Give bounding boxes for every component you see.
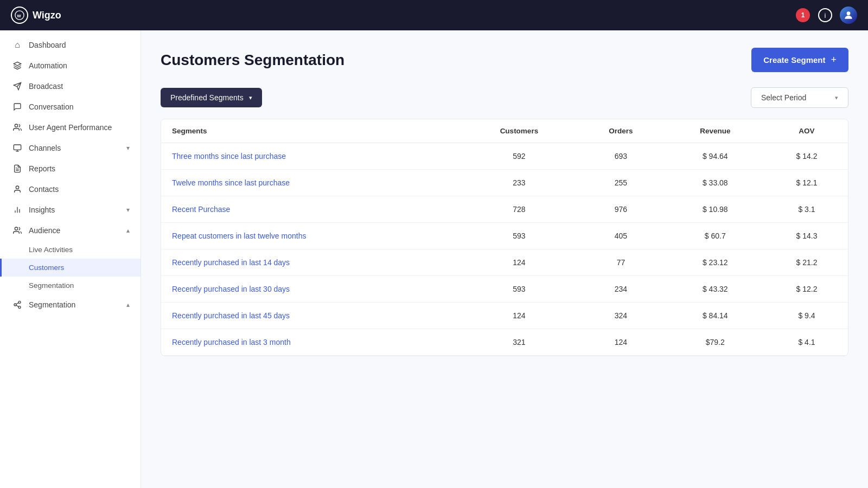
automation-icon (12, 61, 22, 70)
table-row: Recently purchased in last 14 days 124 7… (161, 249, 848, 276)
cell-customers-0: 592 (461, 143, 577, 170)
filters-row: Predefined Segments ▾ Select Period ▾ (161, 87, 848, 108)
segments-dropdown-label: Predefined Segments (170, 93, 244, 102)
sidebar-label-broadcast: Broadcast (29, 82, 63, 91)
sidebar-item-user-agent-performance[interactable]: User Agent Performance (0, 117, 141, 138)
page-header: Customers Segmentation Create Segment + (161, 48, 848, 72)
create-segment-button[interactable]: Create Segment + (751, 48, 848, 72)
sidebar-label-conversation: Conversation (29, 102, 74, 111)
col-header-orders: Orders (577, 119, 665, 143)
col-header-revenue: Revenue (665, 119, 765, 143)
cell-customers-5: 593 (461, 276, 577, 303)
cell-orders-0: 693 (577, 143, 665, 170)
cell-aov-4: $ 21.2 (765, 249, 848, 276)
app-name: Wigzo (33, 10, 61, 21)
cell-aov-0: $ 14.2 (765, 143, 848, 170)
channels-icon (12, 143, 22, 153)
table-row: Recently purchased in last 30 days 593 2… (161, 276, 848, 303)
sidebar-label-user-agent-performance: User Agent Performance (29, 123, 112, 132)
sidebar-label-contacts: Contacts (29, 185, 59, 194)
cell-segment-4: Recently purchased in last 14 days (161, 249, 461, 276)
sidebar-item-contacts[interactable]: Contacts (0, 179, 141, 200)
svg-rect-6 (14, 145, 21, 150)
sidebar-label-dashboard: Dashboard (29, 41, 66, 49)
col-header-customers: Customers (461, 119, 577, 143)
cell-customers-6: 124 (461, 303, 577, 329)
cell-orders-6: 324 (577, 303, 665, 329)
cell-customers-1: 233 (461, 170, 577, 196)
svg-point-17 (14, 304, 16, 306)
audience-icon (12, 226, 22, 235)
cell-segment-6: Recently purchased in last 45 days (161, 303, 461, 329)
segment-link-4[interactable]: Recently purchased in last 14 days (172, 258, 290, 267)
cell-revenue-6: $ 84.14 (665, 303, 765, 329)
cell-orders-7: 124 (577, 329, 665, 356)
segments-dropdown[interactable]: Predefined Segments ▾ (161, 88, 262, 107)
sidebar-item-segmentation-main[interactable]: Segmentation ▴ (0, 294, 141, 315)
customers-label: Customers (29, 264, 64, 272)
page-title: Customers Segmentation (161, 52, 344, 69)
cell-revenue-3: $ 60.7 (665, 223, 765, 249)
svg-point-11 (16, 186, 18, 189)
segment-link-0[interactable]: Three months since last purchase (172, 152, 286, 160)
sidebar-item-automation[interactable]: Automation (0, 55, 141, 76)
cell-orders-1: 255 (577, 170, 665, 196)
period-dropdown-label: Select Period (761, 93, 806, 102)
col-header-aov: AOV (765, 119, 848, 143)
sidebar-item-customers[interactable]: Customers (0, 259, 141, 277)
notification-count: 1 (796, 8, 810, 22)
segment-link-5[interactable]: Recently purchased in last 30 days (172, 285, 290, 293)
sidebar-item-reports[interactable]: Reports (0, 158, 141, 179)
cell-aov-1: $ 12.1 (765, 170, 848, 196)
segment-link-3[interactable]: Repeat customers in last twelve months (172, 232, 306, 240)
cell-revenue-2: $ 10.98 (665, 196, 765, 223)
audience-submenu: Live Activities Customers Segmentation (0, 241, 141, 294)
topnav-actions: 1 i (795, 7, 857, 24)
segments-table-container: Segments Customers Orders Revenue AOV Th… (161, 119, 848, 356)
avatar[interactable] (840, 7, 857, 24)
sidebar-item-broadcast[interactable]: Broadcast (0, 76, 141, 97)
sidebar-item-channels[interactable]: Channels ▾ (0, 138, 141, 158)
sidebar-item-insights[interactable]: Insights ▾ (0, 200, 141, 220)
segment-link-7[interactable]: Recently purchased in last 3 month (172, 338, 291, 346)
svg-line-19 (16, 305, 19, 307)
cell-aov-3: $ 14.3 (765, 223, 848, 249)
cell-revenue-0: $ 94.64 (665, 143, 765, 170)
segment-link-2[interactable]: Recent Purchase (172, 205, 230, 214)
cell-segment-7: Recently purchased in last 3 month (161, 329, 461, 356)
segmentation-icon (12, 300, 22, 310)
cell-customers-3: 593 (461, 223, 577, 249)
main-layout: ⌂ Dashboard Automation Broadcast (0, 30, 868, 488)
svg-text:w: w (17, 13, 22, 18)
segment-link-1[interactable]: Twelve months since last purchase (172, 178, 290, 187)
sidebar-label-insights: Insights (29, 206, 55, 214)
cell-revenue-5: $ 43.32 (665, 276, 765, 303)
cell-customers-4: 124 (461, 249, 577, 276)
segments-table: Segments Customers Orders Revenue AOV Th… (161, 119, 848, 356)
svg-point-15 (15, 227, 17, 230)
sidebar-item-live-activities[interactable]: Live Activities (0, 241, 141, 259)
cell-segment-2: Recent Purchase (161, 196, 461, 223)
sidebar-item-dashboard[interactable]: ⌂ Dashboard (0, 35, 141, 55)
conversation-icon (12, 102, 22, 112)
table-row: Recently purchased in last 3 month 321 1… (161, 329, 848, 356)
sidebar-item-conversation[interactable]: Conversation (0, 97, 141, 117)
sidebar-item-segmentation-sub[interactable]: Segmentation (0, 277, 141, 294)
cell-customers-2: 728 (461, 196, 577, 223)
segment-link-6[interactable]: Recently purchased in last 45 days (172, 311, 290, 320)
reports-icon (12, 164, 22, 174)
notifications-button[interactable]: 1 (795, 8, 810, 23)
period-dropdown[interactable]: Select Period ▾ (751, 87, 848, 108)
info-button[interactable]: i (818, 8, 832, 22)
segmentation-sub-label: Segmentation (29, 281, 74, 290)
sidebar-item-audience[interactable]: Audience ▴ (0, 220, 141, 241)
cell-aov-6: $ 9.4 (765, 303, 848, 329)
logo[interactable]: w Wigzo (11, 7, 61, 24)
chevron-up-icon-segmentation: ▴ (126, 301, 130, 309)
svg-point-16 (18, 301, 21, 303)
cell-aov-2: $ 3.1 (765, 196, 848, 223)
broadcast-icon (12, 81, 22, 91)
cell-segment-1: Twelve months since last purchase (161, 170, 461, 196)
table-row: Twelve months since last purchase 233 25… (161, 170, 848, 196)
cell-orders-2: 976 (577, 196, 665, 223)
